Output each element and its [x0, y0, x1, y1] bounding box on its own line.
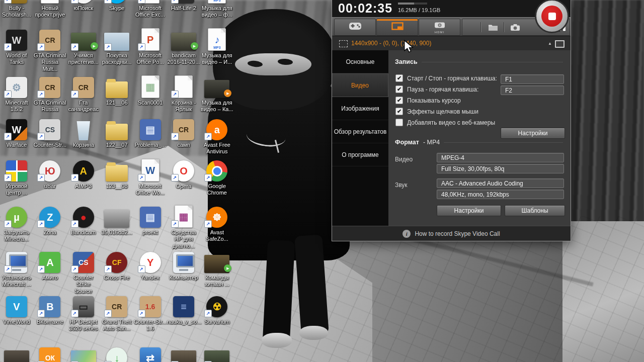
desktop-icon[interactable]: W↗World of Tanks: [0, 27, 33, 66]
desktop-icon[interactable]: В↗ВКонтакте: [33, 294, 66, 325]
desktop-icon[interactable]: ↗: [200, 345, 233, 362]
desktop-icon[interactable]: Корзина: [67, 117, 100, 148]
checkbox[interactable]: [395, 119, 403, 126]
webcam-settings-button[interactable]: Настройки: [501, 128, 565, 139]
desktop-icon[interactable]: Компьютер: [167, 249, 200, 281]
desktop-icon[interactable]: VVimeWorld: [0, 294, 33, 325]
checkbox-row[interactable]: ✔Пауза - горячая клавиша:: [395, 85, 478, 93]
desktop-icon[interactable]: P↗Microsoft Office Po...: [134, 27, 167, 66]
desktop-icon[interactable]: [0, 345, 33, 362]
desktop-icon[interactable]: 1.6↗Counter-Str... 1.6: [134, 294, 167, 332]
desktop-icon[interactable]: CS↗Counter-Str...: [33, 117, 66, 148]
help-link[interactable]: How to record Skype Video Call: [415, 230, 500, 237]
checkbox[interactable]: ✔: [395, 85, 403, 93]
desktop-icon[interactable]: O↗Opera: [167, 158, 200, 190]
desktop-icon[interactable]: λ↗Half-Life 2: [167, 0, 200, 12]
desktop-icon[interactable]: CF↗Cross Fire: [100, 249, 133, 281]
checkbox-row[interactable]: ✔Эффекты щелчков мыши: [395, 108, 478, 115]
desktop-icon[interactable]: ▭↗HP Deskjet 3520 series: [67, 294, 100, 332]
desktop-icon[interactable]: ♪MP3Музыка для видео – ф...: [200, 0, 233, 19]
sidebar-item[interactable]: Основные: [332, 50, 388, 73]
desktop-icon[interactable]: ☢↗Survarium: [200, 294, 233, 325]
checkbox[interactable]: ✔: [395, 74, 403, 82]
desktop-icon[interactable]: CR↗GTA Criminal Russia Mult...: [33, 27, 66, 72]
record-stop-button[interactable]: [535, 0, 569, 33]
desktop-icon[interactable]: CR↗GTA Criminal Russia: [33, 74, 66, 113]
video-codec-field[interactable]: MPEG-4: [437, 153, 564, 162]
desktop-icon[interactable]: ▶↗Учимся пристегив...: [67, 27, 100, 66]
desktop-icon[interactable]: ⇄: [134, 345, 167, 362]
desktop-icon[interactable]: CR↗Гта санандреас: [67, 74, 100, 113]
desktop-icon[interactable]: ↗Установить Minecraft ...: [0, 249, 33, 288]
desktop-icon[interactable]: CR↗Grand Theft Auto San...: [100, 294, 133, 332]
collapse-arrow-icon[interactable]: ▲: [548, 41, 552, 46]
desktop-icon[interactable]: ↓↗: [100, 345, 133, 362]
desktop-icon[interactable]: W↗Warface: [0, 117, 33, 148]
desktop-icon[interactable]: ▶Команды хитман ...: [200, 249, 233, 288]
desktop-icon[interactable]: B↗Bully - Scholarsh...: [0, 0, 33, 19]
desktop-icon[interactable]: µ↗Загрузить Minecra...: [0, 204, 33, 243]
hotkey-start-field[interactable]: F1: [501, 74, 564, 84]
video-settings-content: Запись ✔Старт / Стоп - горячая клавиша:✔…: [388, 50, 570, 226]
audio-codec-field[interactable]: AAC - Advanced Audio Coding: [437, 178, 564, 188]
desktop-icon[interactable]: 123__08: [100, 158, 133, 190]
region-select-icon[interactable]: [339, 40, 348, 47]
checkbox-row[interactable]: Добавлять видео с веб-камеры: [395, 119, 495, 126]
help-bar[interactable]: i How to record Skype Video Call: [332, 226, 571, 241]
screenshot-button[interactable]: [509, 22, 522, 33]
desktop-icon[interactable]: ▶bandicam 2016-11-20...: [167, 27, 200, 66]
desktop-icon[interactable]: A↗AIMP3: [67, 158, 100, 190]
checkbox-row[interactable]: ✔Старт / Стоп - горячая клавиша:: [395, 74, 497, 82]
desktop-icon[interactable]: Z↗Zona: [33, 204, 66, 236]
desktop-icon[interactable]: ▤proekt: [134, 204, 167, 236]
desktop-icon[interactable]: ▦↗Средства HP для диагно...: [167, 204, 200, 249]
sidebar-item[interactable]: О программе: [332, 143, 388, 166]
desktop-icon[interactable]: Новый проект.prjve: [33, 0, 66, 19]
desktop-icon[interactable]: Ю↗uBar: [33, 158, 66, 190]
desktop-icon[interactable]: ↗: [167, 345, 200, 362]
desktop-icon[interactable]: ⚙↗Minecraft 1.5.2: [0, 74, 33, 113]
open-output-folder-button[interactable]: [487, 22, 500, 33]
desktop-icon[interactable]: 121__06: [100, 74, 133, 106]
desktop-icon[interactable]: 35,016db2...: [100, 204, 133, 236]
desktop-icon[interactable]: ↗Google Chrome: [200, 158, 233, 197]
desktop-icon[interactable]: ↗Корзина - Ярлык: [167, 74, 200, 113]
desktop-icon[interactable]: ♪MP3Музыка для видео – И...: [200, 27, 233, 66]
desktop-icon[interactable]: ▶Музыка для видео – Ка...: [200, 74, 233, 113]
capture-region-value[interactable]: 1440x900 - (0, 0), (1440, 900): [351, 40, 431, 47]
checkbox[interactable]: ✔: [395, 97, 403, 104]
sidebar-item[interactable]: Видео: [332, 73, 388, 97]
desktop-icon[interactable]: ≡nauka_v_so...: [167, 294, 200, 325]
audio-params-field[interactable]: 48,0KHz, mono, 192kbps: [437, 190, 564, 199]
desktop-icon[interactable]: ▤Problema_...: [134, 117, 167, 148]
desktop-icon[interactable]: ↗: [67, 345, 100, 362]
checkbox[interactable]: ✔: [395, 108, 403, 115]
desktop-icon[interactable]: A↗Амиго: [33, 249, 66, 281]
format-settings-button[interactable]: Настройки: [437, 205, 501, 216]
desktop-icon[interactable]: ОК↗: [33, 345, 66, 362]
desktop-icon[interactable]: S↗Skype: [100, 0, 133, 12]
sidebar-item[interactable]: Изображения: [332, 97, 388, 120]
desktop-icon[interactable]: 122__07: [100, 117, 133, 148]
mode-tab-screen[interactable]: [376, 19, 418, 36]
format-templates-button[interactable]: Шаблоны: [505, 205, 565, 216]
mode-tab-device[interactable]: HDMI: [419, 19, 460, 36]
desktop-icon[interactable]: ю↗юПоиск: [67, 0, 100, 12]
video-params-field[interactable]: Full Size, 30,00fps, 80q: [437, 164, 564, 173]
desktop-icon[interactable]: X↗Microsoft Office Exc...: [134, 0, 167, 19]
desktop-icon[interactable]: ↗Игровой центр ...: [0, 158, 33, 197]
desktop-icon[interactable]: a↗Avast Free Antivirus: [200, 117, 233, 155]
checkbox-row[interactable]: ✔Показывать курсор: [395, 97, 461, 104]
mode-tab-game[interactable]: [334, 19, 376, 36]
desktop-icon[interactable]: ☸↗Avast SafeZo...: [200, 204, 233, 243]
desktop-icon[interactable]: CR↗самп: [167, 117, 200, 148]
desktop-icon[interactable]: CS↗Counter Strike Source: [67, 249, 100, 295]
hotkey-pause-field[interactable]: F2: [501, 85, 564, 95]
desktop-icon[interactable]: W↗Microsoft Office Wo...: [134, 158, 167, 197]
desktop-icon[interactable]: ↗Покупка расходны...: [100, 27, 133, 66]
desktop-icon[interactable]: ▦Scan0001: [134, 74, 167, 106]
sidebar-item[interactable]: Обзор результатов: [332, 120, 388, 143]
desktop-icon[interactable]: Y↗Yandex: [134, 249, 167, 281]
desktop-icon[interactable]: ●↗Bandicam: [67, 204, 100, 236]
fullscreen-monitor-icon[interactable]: [555, 40, 565, 48]
